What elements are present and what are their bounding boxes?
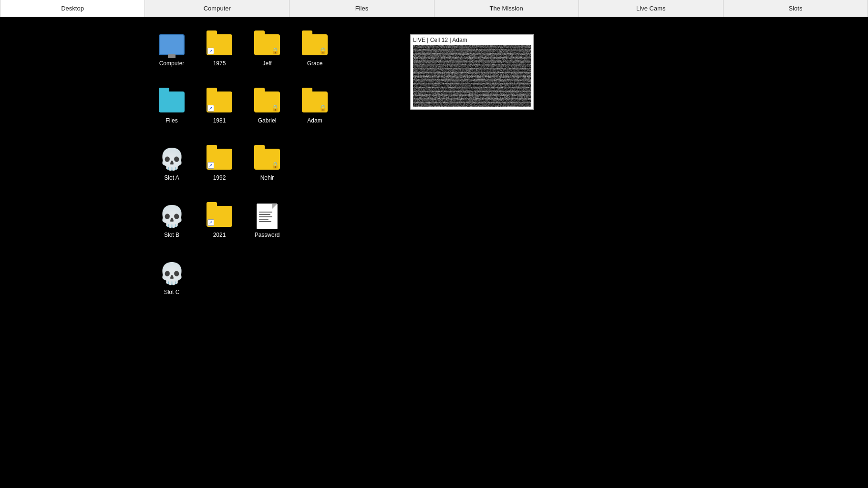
icon-nehir[interactable]: 🔒 Nehir	[248, 146, 286, 198]
icon-gabriel[interactable]: 🔒 Gabriel	[248, 89, 286, 141]
folder-1992: ↗	[207, 149, 232, 170]
live-cam-feed	[413, 45, 531, 107]
nav-mission[interactable]: The Mission	[434, 0, 579, 17]
icon-adam-label: Adam	[307, 117, 322, 124]
icon-slot-c[interactable]: 💀 Slot C	[153, 260, 191, 313]
icon-computer-label: Computer	[159, 60, 185, 67]
icon-files-label: Files	[165, 117, 177, 124]
icon-password[interactable]: Password	[248, 203, 286, 255]
icon-1975[interactable]: ↗ 1975	[200, 31, 238, 84]
icon-slot-a[interactable]: 💀 Slot A	[153, 146, 191, 198]
shortcut-arrow-1992: ↗	[207, 162, 214, 169]
folder-jeff: 🔒	[254, 34, 280, 55]
icon-grace-label: Grace	[307, 60, 323, 67]
icon-adam[interactable]: 🔒 Adam	[296, 89, 334, 141]
live-cam-widget: LIVE | Cell 12 | Adam	[410, 34, 534, 110]
skull-a: 💀	[159, 149, 185, 170]
icon-grid: Computer ↗ 1975 🔒 Jeff 🔒	[153, 31, 334, 313]
folder-adam: 🔒	[302, 92, 328, 112]
live-cam-title: LIVE | Cell 12 | Adam	[413, 37, 531, 43]
navbar: Desktop Computer Files The Mission Live …	[0, 0, 868, 17]
icon-1992[interactable]: ↗ 1992	[200, 146, 238, 198]
icon-1981[interactable]: ↗ 1981	[200, 89, 238, 141]
icon-files[interactable]: Files	[153, 89, 191, 141]
folder-gabriel: 🔒	[254, 92, 280, 112]
skull-b: 💀	[159, 206, 185, 227]
lock-nehir: 🔒	[271, 161, 279, 169]
shortcut-arrow-1981: ↗	[207, 105, 214, 112]
nav-desktop[interactable]: Desktop	[0, 0, 145, 17]
icon-1981-label: 1981	[213, 117, 226, 124]
icon-slot-b-label: Slot B	[164, 232, 179, 238]
icon-2021-label: 2021	[213, 232, 226, 238]
icon-jeff-label: Jeff	[262, 60, 271, 67]
icon-jeff[interactable]: 🔒 Jeff	[248, 31, 286, 84]
nav-livecams[interactable]: Live Cams	[579, 0, 723, 17]
icon-grace[interactable]: 🔒 Grace	[296, 31, 334, 84]
desktop: Computer ↗ 1975 🔒 Jeff 🔒	[0, 17, 868, 488]
monitor-icon	[159, 34, 185, 55]
lock-gabriel: 🔒	[271, 104, 279, 112]
icon-nehir-label: Nehir	[260, 174, 274, 181]
lock-grace: 🔒	[319, 47, 327, 54]
shortcut-arrow-2021: ↗	[207, 219, 214, 226]
folder-nehir: 🔒	[254, 149, 280, 170]
folder-1981: ↗	[207, 92, 232, 112]
icon-gabriel-label: Gabriel	[258, 117, 277, 124]
folder-2021: ↗	[207, 206, 232, 227]
lock-adam: 🔒	[319, 104, 327, 112]
lock-jeff: 🔒	[271, 47, 279, 54]
skull-c: 💀	[159, 263, 185, 284]
noise-canvas	[413, 45, 531, 107]
doc-password	[257, 203, 278, 229]
icon-password-label: Password	[255, 232, 280, 238]
icon-2021[interactable]: ↗ 2021	[200, 203, 238, 255]
folder-files	[159, 92, 185, 112]
nav-files[interactable]: Files	[289, 0, 434, 17]
nav-slots[interactable]: Slots	[723, 0, 868, 17]
icon-slot-c-label: Slot C	[164, 289, 180, 295]
icon-computer[interactable]: Computer	[153, 31, 191, 84]
shortcut-arrow-1975: ↗	[207, 48, 214, 54]
icon-slot-a-label: Slot A	[164, 174, 179, 181]
icon-1992-label: 1992	[213, 174, 226, 181]
folder-1975: ↗	[207, 34, 232, 55]
icon-slot-b[interactable]: 💀 Slot B	[153, 203, 191, 255]
nav-computer[interactable]: Computer	[145, 0, 289, 17]
folder-grace: 🔒	[302, 34, 328, 55]
icon-1975-label: 1975	[213, 60, 226, 67]
